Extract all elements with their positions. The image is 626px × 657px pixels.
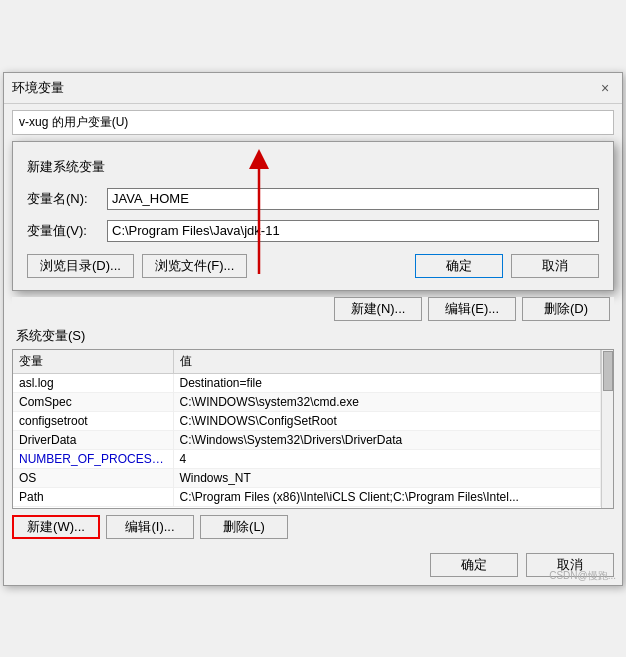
var-value-cell: C:\WINDOWS\system32\cmd.exe xyxy=(173,392,601,411)
user-vars-bar: v-xug 的用户变量(U) xyxy=(12,110,614,135)
var-value-input[interactable] xyxy=(107,220,599,242)
col-header-value: 值 xyxy=(173,350,601,374)
delete-bottom-button[interactable]: 删除(L) xyxy=(200,515,288,539)
table-row[interactable]: DriverData C:\Windows\System32\Drivers\D… xyxy=(13,430,601,449)
window-title: 环境变量 xyxy=(12,79,64,97)
table-row[interactable]: NUMBER_OF_PROCESSORS 4 xyxy=(13,449,601,468)
var-value-cell: C:\Program Files (x86)\Intel\iCLS Client… xyxy=(173,487,601,506)
ok-button[interactable]: 确定 xyxy=(415,254,503,278)
var-value-cell: C:\Windows\System32\Drivers\DriverData xyxy=(173,430,601,449)
var-value-row: 变量值(V): xyxy=(27,220,599,242)
var-name-cell: asl.log xyxy=(13,373,173,392)
var-name-input[interactable] xyxy=(107,188,599,210)
watermark: CSDN@慢跑... xyxy=(549,569,616,583)
new-bottom-button[interactable]: 新建(W)... xyxy=(12,515,100,539)
var-name-row: 变量名(N): xyxy=(27,188,599,210)
dialog-title: 新建系统变量 xyxy=(27,158,599,176)
new-sysvar-section-button[interactable]: 新建(N)... xyxy=(334,297,422,321)
edit-sysvar-section-button[interactable]: 编辑(E)... xyxy=(428,297,516,321)
bottom-buttons-row: 新建(W)... 编辑(I)... 删除(L) xyxy=(12,515,614,539)
new-sysvar-dialog: 新建系统变量 变量名(N): 变量值(V): 浏览目录(D)... 浏览文件(F… xyxy=(12,141,614,291)
table-row[interactable]: OS Windows_NT xyxy=(13,468,601,487)
table-row[interactable]: ComSpec C:\WINDOWS\system32\cmd.exe xyxy=(13,392,601,411)
col-header-name: 变量 xyxy=(13,350,173,374)
main-window: 环境变量 × v-xug 的用户变量(U) 新建系统变量 变量名(N): 变量值… xyxy=(3,72,623,586)
delete-sysvar-section-button[interactable]: 删除(D) xyxy=(522,297,610,321)
section-buttons-row: 新建(N)... 编辑(E)... 删除(D) xyxy=(12,297,614,321)
system-vars-label: 系统变量(S) xyxy=(12,327,614,345)
dialog-buttons: 浏览目录(D)... 浏览文件(F)... 确定 取消 xyxy=(27,254,599,278)
system-vars-table: 变量 值 asl.log Destination=file ComSpec C:… xyxy=(13,350,601,507)
cancel-button[interactable]: 取消 xyxy=(511,254,599,278)
footer-ok-button[interactable]: 确定 xyxy=(430,553,518,577)
table-row[interactable]: configsetroot C:\WINDOWS\ConfigSetRoot xyxy=(13,411,601,430)
scrollbar-thumb[interactable] xyxy=(603,351,613,391)
edit-bottom-button[interactable]: 编辑(I)... xyxy=(106,515,194,539)
var-name-cell: configsetroot xyxy=(13,411,173,430)
table-row[interactable]: Path C:\Program Files (x86)\Intel\iCLS C… xyxy=(13,487,601,506)
var-value-cell: Windows_NT xyxy=(173,468,601,487)
title-bar: 环境变量 × xyxy=(4,73,622,104)
var-value-cell: C:\WINDOWS\ConfigSetRoot xyxy=(173,411,601,430)
browse-dir-button[interactable]: 浏览目录(D)... xyxy=(27,254,134,278)
var-value-label: 变量值(V): xyxy=(27,222,107,240)
system-vars-table-container: 变量 值 asl.log Destination=file ComSpec C:… xyxy=(12,349,614,509)
var-name-cell: DriverData xyxy=(13,430,173,449)
var-name-cell: NUMBER_OF_PROCESSORS xyxy=(13,449,173,468)
var-value-cell: 4 xyxy=(173,449,601,468)
browse-file-button[interactable]: 浏览文件(F)... xyxy=(142,254,247,278)
close-button[interactable]: × xyxy=(596,79,614,97)
var-value-cell: Destination=file xyxy=(173,373,601,392)
var-name-cell: OS xyxy=(13,468,173,487)
user-vars-label: v-xug 的用户变量(U) xyxy=(19,115,128,129)
table-row[interactable]: asl.log Destination=file xyxy=(13,373,601,392)
var-name-label: 变量名(N): xyxy=(27,190,107,208)
main-area: 新建(N)... 编辑(E)... 删除(D) 系统变量(S) 变量 值 asl… xyxy=(12,297,614,539)
scrollbar[interactable] xyxy=(601,350,613,508)
var-name-cell: Path xyxy=(13,487,173,506)
footer-row: 确定 取消 xyxy=(4,545,622,585)
var-name-cell: ComSpec xyxy=(13,392,173,411)
